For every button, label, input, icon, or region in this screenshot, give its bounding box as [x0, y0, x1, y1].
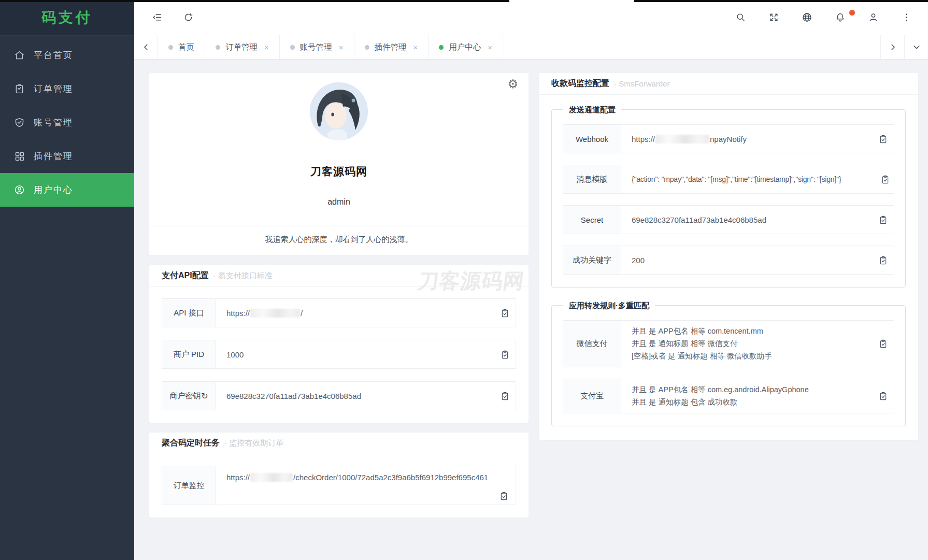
profile-bio: 我追索人心的深度，却看到了人心的浅薄。 [149, 226, 529, 245]
tab-bar: 首页 订单管理 × 账号管理 × 插件管理 × 用户中心 × [134, 35, 928, 60]
fullscreen-button[interactable] [765, 9, 782, 26]
profile-username: admin [149, 197, 529, 207]
chevron-left-icon [142, 44, 150, 51]
rule-line: 并且 是 通知标题 包含 成功收款 [632, 397, 738, 408]
tab-close-icon[interactable]: × [264, 43, 269, 52]
grid-icon [14, 151, 25, 162]
tab-close-icon[interactable]: × [413, 43, 418, 52]
collapse-sidebar-button[interactable] [149, 9, 165, 26]
sidebar-item-label: 订单管理 [34, 83, 73, 95]
tab-plugins[interactable]: 插件管理 × [354, 35, 429, 59]
tab-home[interactable]: 首页 [158, 35, 205, 59]
url-suffix: / [301, 309, 303, 318]
tab-close-icon[interactable]: × [488, 43, 492, 52]
copy-check-icon [878, 215, 888, 225]
tab-accounts[interactable]: 账号管理 × [280, 35, 354, 59]
copy-check-icon [878, 391, 888, 401]
copy-button[interactable] [872, 321, 894, 367]
sidebar: 码支付 平台首页 订单管理 账号管理 插件管理 用户中心 [0, 0, 134, 560]
field-label: API 接口 [162, 299, 216, 327]
url-prefix: https:// [632, 135, 655, 143]
redacted-blur [250, 309, 300, 318]
url-suffix: npayNotify [710, 135, 747, 143]
more-options-button[interactable] [898, 9, 915, 26]
notifications-button[interactable] [832, 9, 848, 26]
send-channel-fieldset: 发送通道配置 Webhook https://npayNotify [551, 109, 906, 288]
chevron-down-icon [913, 44, 920, 51]
app-root: 码支付 平台首页 订单管理 账号管理 插件管理 用户中心 [0, 0, 928, 560]
sidebar-item-orders[interactable]: 订单管理 [0, 72, 134, 106]
profile-card: ⚙ 刀客源码网 admi [149, 73, 529, 255]
tabs-dropdown-button[interactable] [904, 35, 928, 59]
copy-button[interactable] [872, 206, 894, 234]
copy-button[interactable] [872, 379, 894, 413]
sidebar-item-user-center[interactable]: 用户中心 [0, 173, 134, 207]
copy-button[interactable] [876, 165, 894, 193]
copy-check-icon [880, 175, 890, 184]
settings-gear-icon[interactable]: ⚙ [507, 78, 518, 90]
tab-user-center[interactable]: 用户中心 × [429, 35, 503, 59]
rule-line: [空格]或者 是 通知标题 相等 微信收款助手 [632, 351, 772, 362]
copy-button[interactable] [495, 488, 512, 504]
field-row-order-monitor: 订单监控 https:///checkOrder/1000/72ad5a2c3f… [162, 466, 516, 505]
fieldset-legend: 发送通道配置 [563, 104, 621, 116]
tab-label: 用户中心 [449, 42, 481, 53]
field-value: https:/// [216, 299, 494, 327]
copy-check-icon [878, 255, 888, 265]
copy-button[interactable] [872, 246, 894, 274]
user-icon [868, 12, 879, 23]
field-label: 消息模版 [563, 165, 621, 193]
sidebar-item-label: 插件管理 [34, 150, 73, 162]
language-button[interactable] [798, 9, 815, 26]
card-title: 收款码监控配置 [551, 78, 609, 89]
search-button[interactable] [732, 9, 749, 26]
tabs-scroll-right-button[interactable] [880, 35, 904, 59]
card-body: 订单监控 https:///checkOrder/1000/72ad5a2c3f… [149, 454, 529, 518]
field-value: 并且 是 APP包名 相等 com.tencent.mm 并且 是 通知标题 相… [621, 321, 872, 367]
field-label: Webhook [563, 125, 621, 153]
sidebar-item-plugins[interactable]: 插件管理 [0, 139, 134, 173]
shield-check-icon [14, 117, 25, 128]
field-value: https://npayNotify [621, 125, 872, 153]
copy-check-icon [878, 134, 888, 144]
tab-orders[interactable]: 订单管理 × [205, 35, 280, 59]
copy-button[interactable] [494, 299, 516, 327]
copy-check-icon [500, 350, 510, 360]
regenerate-key-icon[interactable]: ↻ [201, 391, 208, 401]
sidebar-item-home[interactable]: 平台首页 [0, 38, 134, 72]
card-header: 聚合码定时任务 · 监控有效期订单 [149, 433, 529, 454]
fullscreen-icon [768, 12, 779, 23]
tab-label: 订单管理 [225, 42, 258, 53]
refresh-button[interactable] [180, 9, 196, 26]
copy-button[interactable] [872, 125, 894, 153]
card-subtitle: · SmsForwarder [614, 79, 670, 88]
field-row-webhook: Webhook https://npayNotify [563, 124, 894, 153]
copy-check-icon [500, 308, 510, 318]
page-content: ⚙ 刀客源码网 admi [134, 60, 928, 560]
clipboard-icon [14, 83, 25, 94]
forward-rules-fieldset: 应用转发规则·多重匹配 微信支付 并且 是 APP包名 相等 com.tence… [551, 305, 906, 426]
sidebar-item-accounts[interactable]: 账号管理 [0, 106, 134, 139]
app-logo: 码支付 [0, 0, 134, 36]
avatar [310, 82, 368, 140]
field-row-secret: Secret 69e828c3270fa11ad73ab1e4c06b85ad [563, 205, 894, 234]
qr-task-card: 聚合码定时任务 · 监控有效期订单 订单监控 https:///checkOrd… [149, 433, 529, 518]
tab-close-icon[interactable]: × [339, 43, 344, 52]
user-button[interactable] [865, 9, 881, 26]
field-row-wechat-pay: 微信支付 并且 是 APP包名 相等 com.tencent.mm 并且 是 通… [563, 320, 894, 367]
card-subtitle: · 监控有效期订单 [224, 438, 283, 448]
copy-button[interactable] [494, 382, 516, 410]
field-value: 1000 [216, 340, 494, 368]
url-prefix: https:// [226, 309, 250, 318]
tab-label: 插件管理 [375, 42, 407, 53]
sidebar-item-label: 平台首页 [34, 49, 73, 61]
copy-button[interactable] [494, 340, 516, 368]
field-value: https:///checkOrder/1000/72ad5a2c3f9a6b5… [216, 466, 516, 505]
search-icon [735, 12, 746, 23]
tabs-scroll-left-button[interactable] [134, 35, 158, 59]
user-circle-icon [14, 184, 25, 195]
field-value: 69e828c3270fa11ad73ab1e4c06b85ad [621, 206, 872, 234]
field-row-merchant-pid: 商户 PID 1000 [162, 340, 516, 369]
field-label: Secret [563, 206, 621, 234]
field-label-text: 商户密钥 [169, 391, 201, 401]
